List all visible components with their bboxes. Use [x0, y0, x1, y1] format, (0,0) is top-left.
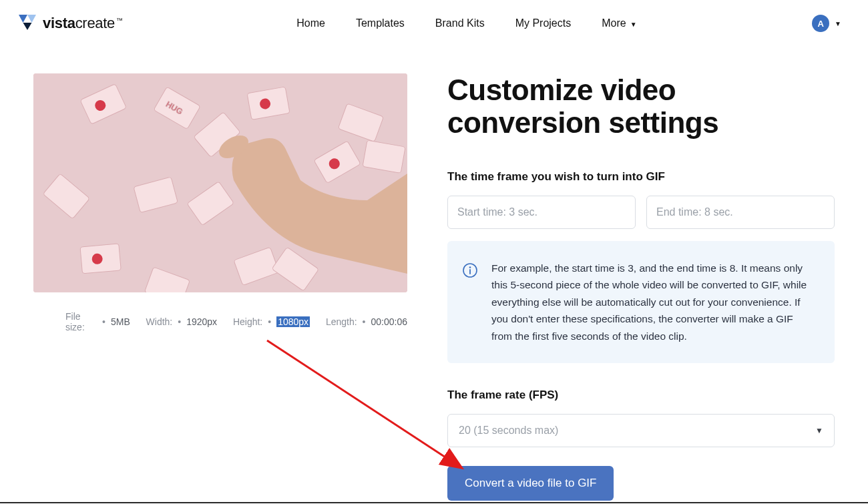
- timeframe-info: For example, the start time is 3, and th…: [447, 241, 835, 364]
- fps-label: The frame rate (FPS): [447, 389, 835, 402]
- svg-point-23: [469, 266, 471, 268]
- timeframe-label: The time frame you wish to turn into GIF: [447, 170, 835, 184]
- end-time-input[interactable]: End time: 8 sec.: [646, 196, 835, 229]
- chevron-down-icon: ▼: [835, 20, 841, 27]
- info-icon: [462, 262, 478, 345]
- page-title: Customize video conversion settings: [447, 73, 835, 140]
- meta-width-value: 1920px: [186, 316, 217, 327]
- avatar: A: [812, 15, 829, 32]
- nav-more[interactable]: More ▼: [602, 17, 636, 29]
- meta-height-label: Height:: [233, 316, 262, 327]
- start-time-input[interactable]: Start time: 3 sec.: [447, 196, 636, 229]
- header: vistacreate™ Home Templates Brand Kits M…: [0, 0, 868, 47]
- meta-length-label: Length:: [326, 316, 357, 327]
- annotation-arrow-icon: [260, 334, 474, 481]
- logo-mark-icon: [19, 13, 36, 33]
- nav-my-projects[interactable]: My Projects: [515, 17, 572, 29]
- svg-marker-1: [27, 15, 36, 23]
- nav-brand-kits[interactable]: Brand Kits: [435, 17, 485, 29]
- fps-select[interactable]: 20 (15 seconds max) ▼: [447, 414, 835, 447]
- preview-column: HUG: [33, 73, 407, 501]
- meta-filesize-label: File size:: [65, 311, 97, 332]
- chevron-down-icon: ▼: [630, 21, 637, 28]
- timeframe-info-text: For example, the start time is 3, and th…: [491, 260, 815, 345]
- main-content: HUG: [0, 47, 868, 504]
- primary-nav: Home Templates Brand Kits My Projects Mo…: [122, 17, 812, 29]
- svg-marker-2: [23, 23, 32, 30]
- meta-height-value: 1080px: [276, 316, 310, 327]
- nav-home[interactable]: Home: [296, 17, 325, 29]
- fps-selected-value: 20 (15 seconds max): [459, 425, 558, 437]
- chevron-down-icon: ▼: [815, 426, 823, 435]
- meta-length-value: 00:00:06: [371, 316, 408, 327]
- brand-wordmark: vistacreate™: [43, 15, 122, 32]
- footer-divider: [0, 502, 868, 503]
- brand-logo[interactable]: vistacreate™: [19, 13, 122, 33]
- svg-rect-24: [469, 269, 471, 274]
- settings-column: Customize video conversion settings The …: [447, 73, 835, 501]
- user-menu[interactable]: A ▼: [812, 15, 841, 32]
- timeframe-row: Start time: 3 sec. End time: 8 sec.: [447, 196, 835, 229]
- video-meta: File size: • 5MB Width: • 1920px Height:…: [33, 311, 407, 332]
- meta-width-label: Width:: [146, 316, 173, 327]
- svg-line-21: [267, 340, 461, 467]
- svg-marker-0: [19, 15, 27, 23]
- nav-templates[interactable]: Templates: [356, 17, 405, 29]
- convert-button[interactable]: Convert a video file to GIF: [447, 466, 614, 501]
- video-preview[interactable]: HUG: [33, 73, 407, 292]
- meta-filesize-value: 5MB: [111, 316, 130, 327]
